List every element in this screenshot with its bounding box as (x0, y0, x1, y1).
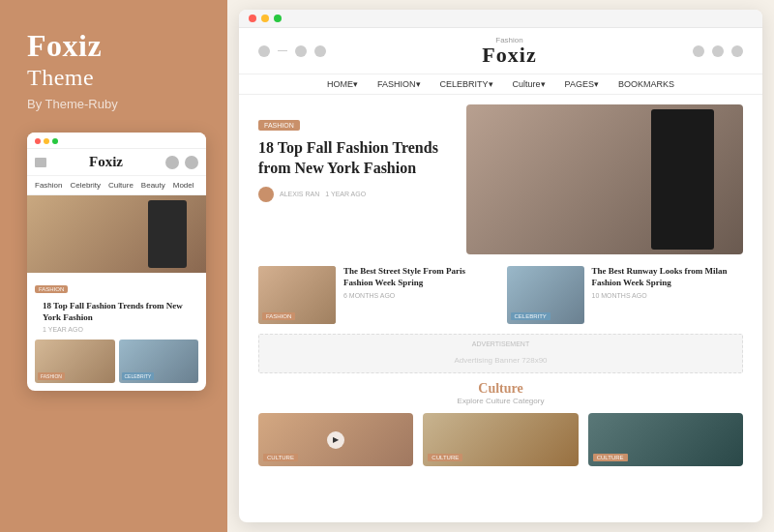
mobile-nav-beauty[interactable]: Beauty (141, 181, 165, 190)
desktop-top-bar (239, 10, 762, 28)
hero-section: FASHION 18 Top Fall Fashion Trends from … (258, 104, 743, 254)
card-1-meta: 6 MONTHS AGO (343, 292, 495, 299)
nav-home[interactable]: HOME▾ (327, 79, 358, 89)
left-panel: Foxiz Theme By Theme-Ruby Foxiz Fashion … (0, 0, 227, 532)
mobile-bottom-cards: FASHION CELEBRITY (27, 340, 206, 391)
mobile-hero-figure (148, 200, 187, 268)
culture-card-1: ▶ CULTURE (258, 413, 413, 466)
dot-green (52, 138, 58, 144)
brand-theme: Theme (27, 65, 94, 91)
card-2-badge: CELEBRITY (511, 312, 551, 320)
desktop-settings-icon[interactable] (731, 45, 743, 57)
culture-card-3: CULTURE (588, 413, 743, 466)
culture-cards: ▶ CULTURE CULTURE CULTURE (258, 413, 743, 466)
culture-card-2: CULTURE (423, 413, 578, 466)
card-1-title[interactable]: The Best Street Style From Paris Fashion… (343, 266, 495, 288)
hero-title[interactable]: 18 Top Fall Fashion Trends from New York… (258, 138, 452, 179)
culture-section: Culture Explore Culture Category ▶ CULTU… (258, 381, 743, 466)
card-1-image: FASHION (258, 266, 336, 324)
desktop-dot-red (249, 15, 256, 22)
desktop-search-icon[interactable] (693, 45, 704, 57)
culture-title: Culture (258, 381, 743, 397)
hero-img-figure (651, 109, 714, 250)
desktop-separator (278, 50, 287, 51)
desktop-dot-green (274, 15, 282, 22)
desktop-header: Fashion Foxiz (239, 28, 762, 74)
mobile-search-icon (165, 156, 179, 169)
mobile-card-1-badge: FASHION (38, 372, 65, 380)
desktop-header-right-icons (693, 45, 743, 57)
card-2-meta: 10 MONTHS AGO (592, 292, 744, 299)
mobile-window-dots (35, 138, 58, 144)
hero-avatar (258, 187, 274, 202)
hero-time: 1 YEAR AGO (325, 191, 366, 197)
hero-text: FASHION 18 Top Fall Fashion Trends from … (258, 104, 452, 254)
brand-name: Foxiz (27, 29, 102, 63)
mobile-settings-icon (185, 156, 198, 169)
mobile-card-1: FASHION (35, 340, 115, 383)
card-2-image: CELEBRITY (507, 266, 584, 324)
hero-meta: ALEXIS RAN 1 YEAR AGO (258, 187, 452, 202)
desktop-preview: Fashion Foxiz HOME▾ FASHION▾ CELEBRITY▾ … (239, 10, 762, 522)
article-card-1: FASHION The Best Street Style From Paris… (258, 266, 495, 324)
card-1-content: The Best Street Style From Paris Fashion… (343, 266, 495, 299)
article-card-2: CELEBRITY The Best Runway Looks from Mil… (507, 266, 744, 324)
right-panel: Fashion Foxiz HOME▾ FASHION▾ CELEBRITY▾ … (227, 0, 774, 532)
mobile-nav-fashion[interactable]: Fashion (35, 181, 62, 190)
culture-card-3-badge: CULTURE (593, 454, 628, 461)
nav-bookmarks[interactable]: BOOKMARKS (618, 79, 674, 89)
mobile-menu-icon (35, 158, 46, 167)
desktop-main: FASHION 18 Top Fall Fashion Trends from … (239, 95, 762, 476)
desktop-dot-yellow (261, 15, 269, 22)
desktop-header-left-icons (258, 45, 326, 57)
mobile-nav-culture[interactable]: Culture (108, 181, 134, 190)
dot-red (35, 138, 41, 144)
mobile-nav-celebrity[interactable]: Celebrity (70, 181, 101, 190)
mobile-card-2: CELEBRITY (119, 340, 199, 383)
culture-card-1-badge: CULTURE (263, 454, 298, 461)
hero-author: ALEXIS RAN (280, 191, 319, 197)
mobile-hero-image (27, 195, 206, 273)
mobile-top-bar (27, 133, 206, 149)
brand-by: By Theme-Ruby (27, 97, 118, 111)
ad-text: Advertising Banner 728x90 (454, 356, 547, 365)
desktop-twitter-icon (314, 45, 326, 57)
ad-label: ADVERTISEMENT (265, 340, 736, 347)
nav-celebrity[interactable]: CELEBRITY▾ (440, 79, 493, 89)
desktop-logo-container: Fashion Foxiz (482, 36, 536, 66)
card-2-content: The Best Runway Looks from Milan Fashion… (592, 266, 744, 299)
mobile-article-section: FASHION 18 Top Fall Fashion Trends from … (27, 273, 206, 339)
desktop-logo-main: Foxiz (482, 43, 536, 67)
mobile-header-icons (165, 156, 198, 169)
mobile-card-2-badge: CELEBRITY (122, 372, 155, 380)
mobile-logo: Foxiz (89, 154, 123, 170)
mobile-nav-model[interactable]: Model (173, 181, 194, 190)
hero-badge: FASHION (258, 120, 300, 131)
nav-pages[interactable]: PAGES▾ (565, 79, 599, 89)
desktop-user-icon[interactable] (712, 45, 724, 57)
desktop-globe-icon (258, 45, 270, 57)
mobile-header: Foxiz (27, 149, 206, 176)
card-2-title[interactable]: The Best Runway Looks from Milan Fashion… (592, 266, 744, 288)
card-1-badge: FASHION (262, 312, 295, 320)
article-cards-row: FASHION The Best Street Style From Paris… (258, 266, 743, 324)
dot-yellow (44, 138, 49, 144)
mobile-nav: Fashion Celebrity Culture Beauty Model (27, 176, 206, 195)
culture-subtitle: Explore Culture Category (258, 397, 743, 405)
mobile-article-badge: FASHION (35, 285, 68, 293)
nav-culture[interactable]: Culture▾ (513, 79, 546, 89)
mobile-preview: Foxiz Fashion Celebrity Culture Beauty M… (27, 133, 206, 390)
mobile-article-title: 18 Top Fall Fashion Trends from New York… (35, 296, 198, 325)
culture-header: Culture Explore Culture Category (258, 381, 743, 405)
desktop-facebook-icon (295, 45, 307, 57)
ad-banner: ADVERTISEMENT Advertising Banner 728x90 (258, 334, 743, 373)
desktop-nav: HOME▾ FASHION▾ CELEBRITY▾ Culture▾ PAGES… (239, 74, 762, 95)
hero-image (466, 104, 743, 254)
play-button-icon[interactable]: ▶ (327, 431, 344, 449)
culture-card-2-badge: CULTURE (428, 454, 462, 461)
mobile-article-meta: 1 YEAR AGO (35, 326, 198, 338)
nav-fashion[interactable]: FASHION▾ (377, 79, 421, 89)
